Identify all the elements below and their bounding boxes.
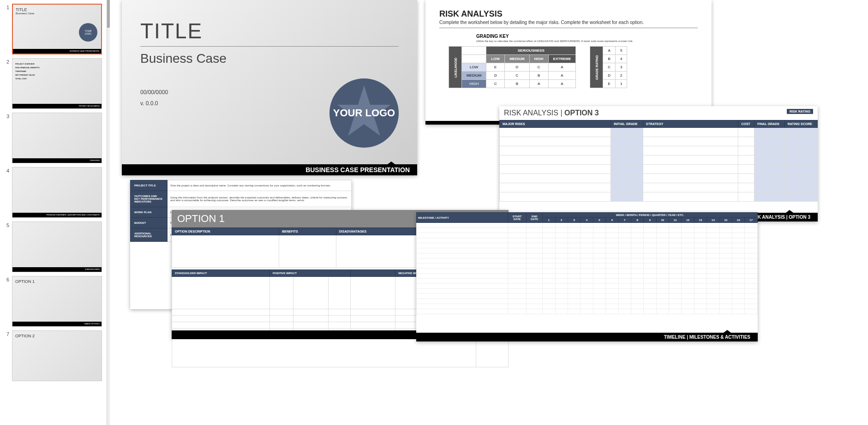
thumbnail-row[interactable]: 2PROJECT OVERVIEWNON-FINANCIAL BENEFITST… — [0, 56, 107, 111]
grading-key-label: GRADING KEY — [476, 34, 698, 39]
thumbnail-row[interactable]: 1TITLEBusiness CaseYOURLOGOBUSINESS CASE… — [0, 2, 107, 56]
slide-footer: TIMELINE | MILESTONES & ACTIVITIES — [416, 333, 758, 341]
thumbnail-number: 2 — [4, 58, 9, 65]
slide-title[interactable]: TITLE Business Case 00/00/0000 v. 0.0.0 … — [122, 0, 417, 175]
slide-timeline[interactable]: MILESTONE / ACTIVITYSTART DATEEND DATEWE… — [416, 212, 758, 341]
thumbnail-row[interactable]: 3OVERVIEW — [0, 111, 107, 165]
thumbnail[interactable]: PROJECT OVERVIEWNON-FINANCIAL BENEFITSTI… — [12, 58, 102, 109]
risk3-title: RISK ANALYSIS | OPTION 3RISK RATING — [499, 106, 818, 120]
thumbnail[interactable]: TITLEBusiness CaseYOURLOGOBUSINESS CASE … — [12, 4, 102, 54]
risk-title: RISK ANALYSIS — [439, 9, 698, 19]
risk3-table: MAJOR RISKSINITIAL GRADESTRATEGYCOSTFINA… — [499, 120, 818, 202]
thumbnail-number: 7 — [4, 330, 9, 337]
thumbnail[interactable]: OVERVIEW — [12, 113, 102, 163]
scrollbar[interactable] — [107, 0, 110, 425]
thumbnail-row[interactable]: 6OPTION 1VIABLE OPTION 1 — [0, 274, 107, 329]
risk-subtitle: Complete the worksheet below by detailin… — [439, 20, 698, 25]
thumbnail[interactable]: PROBLEM STATEMENT | ASSUMPTIONS AND CONS… — [12, 167, 102, 218]
timeline-table: MILESTONE / ACTIVITYSTART DATEEND DATEWE… — [416, 212, 758, 314]
slide-thumbnails-panel: 1TITLEBusiness CaseYOURLOGOBUSINESS CASE… — [0, 0, 107, 425]
subtitle-text: Business Case — [140, 51, 417, 66]
grading-key-sub: Utilize the key to calculate the combine… — [476, 40, 698, 42]
thumbnail[interactable]: OPTION 1VIABLE OPTION 1 — [12, 276, 102, 327]
slide-footer: BUSINESS CASE PRESENTATION — [122, 164, 417, 175]
thumbnail-row[interactable]: 7OPTION 2 — [0, 329, 107, 383]
thumbnail-number: 6 — [4, 276, 9, 282]
thumbnail-row[interactable]: 4PROBLEM STATEMENT | ASSUMPTIONS AND CON… — [0, 165, 107, 220]
thumbnail-number: 3 — [4, 113, 9, 119]
title-text: TITLE — [140, 18, 417, 43]
thumbnail-row[interactable]: 5STAKEHOLDERS — [0, 220, 107, 274]
thumbnail[interactable]: STAKEHOLDERS — [12, 221, 102, 272]
slide-canvas: TITLE Business Case 00/00/0000 v. 0.0.0 … — [107, 0, 868, 425]
grade-rating-table: GRADE RATINGA5B4C3D2E1 — [590, 46, 627, 88]
thumbnail-number: 4 — [4, 167, 9, 174]
slide-risk-option3[interactable]: RISK ANALYSIS | OPTION 3RISK RATING MAJO… — [499, 106, 818, 221]
logo-placeholder: YOUR LOGO — [329, 78, 399, 148]
risk-matrix-table: LIKELIHOODSERIOUSNESSLOWMEDIUMHIGHEXTREM… — [449, 46, 576, 88]
thumbnail-number: 5 — [4, 221, 9, 228]
thumbnail[interactable]: OPTION 2 — [12, 330, 102, 381]
thumbnail-number: 1 — [4, 4, 9, 10]
